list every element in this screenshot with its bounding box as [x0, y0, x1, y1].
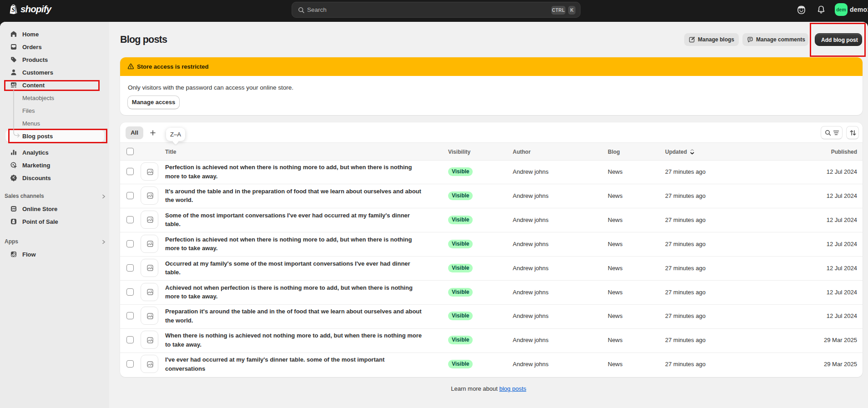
svg-text:S: S: [11, 6, 15, 13]
